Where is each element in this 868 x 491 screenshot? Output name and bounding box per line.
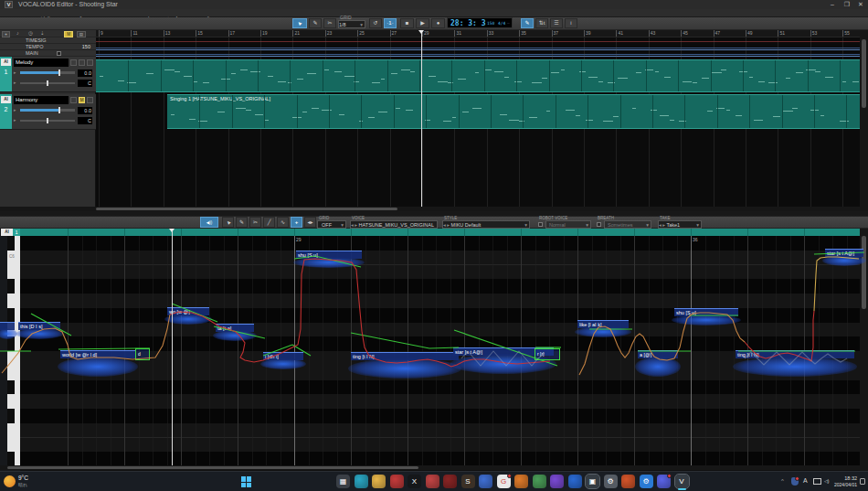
track2-solo-button[interactable] (70, 97, 77, 103)
taskbar-icon-mail-app[interactable]: G (497, 475, 511, 488)
weather-widget[interactable]: 9°C 晴れ (18, 475, 28, 487)
track-harmony[interactable]: AI 2 Harmony M ▸ 0.0 ▸ C (0, 94, 96, 130)
piano-key-white-column[interactable] (7, 236, 20, 466)
track2-name-field[interactable]: Harmony (14, 96, 69, 104)
robot-voice-checkbox[interactable] (538, 222, 543, 227)
arrange-vscrollbar[interactable] (860, 30, 868, 211)
loop-button[interactable]: ↺ (369, 18, 382, 28)
editor-pointer-tool[interactable]: ▲ (222, 217, 234, 228)
track2-gain-value[interactable]: 0.0 (78, 107, 92, 114)
piano-roll[interactable]: AI 1 C6 2936 this [D I s]world [w @r l d… (0, 229, 868, 471)
expand-arrow-icon[interactable]: ▸ (14, 117, 16, 123)
track2-mute-button[interactable]: M (79, 97, 85, 103)
prev-arrow-icon[interactable]: ◂ ▸ (443, 222, 450, 228)
note[interactable]: d (135, 348, 150, 360)
grid-select[interactable]: 1/8▾ (338, 20, 365, 28)
scroll-thumb[interactable] (862, 236, 866, 309)
cut-tool-button[interactable]: ✂ (323, 18, 336, 28)
melody-part[interactable] (96, 59, 860, 92)
retake-button[interactable]: ⇅t (535, 18, 548, 28)
arrange-timeline[interactable]: 9111315171921232527293133353739414345474… (96, 30, 860, 207)
breath-checkbox[interactable] (597, 222, 601, 227)
take-select[interactable]: ◂ ▸ Take1▾ (658, 220, 702, 229)
taskbar-icon-red-app[interactable] (426, 475, 439, 488)
taskbar-icon-vocaloid[interactable]: V (675, 475, 689, 488)
notification-center-icon[interactable] (860, 478, 865, 485)
master-mute-button[interactable]: M (64, 31, 73, 37)
note[interactable]: world [w @r l d] (60, 350, 135, 358)
editor-vscrollbar[interactable] (860, 229, 868, 471)
scroll-thumb[interactable] (7, 466, 418, 469)
minimize-button[interactable]: – (826, 0, 839, 9)
note-icon[interactable]: ♪ (16, 30, 19, 37)
part-color-bar[interactable] (20, 229, 860, 236)
note[interactable]: like [l aI k] (577, 320, 629, 328)
clock-icon[interactable]: ◷ (28, 30, 33, 37)
editor-grid-select[interactable]: OFF▾ (317, 220, 346, 229)
note[interactable]: wo [w @] (167, 307, 209, 315)
editor-playhead-marker[interactable] (169, 229, 175, 232)
taskbar-icon-firefox[interactable] (514, 475, 528, 488)
track1-solo-button[interactable] (70, 59, 77, 66)
bar-ruler[interactable]: 9111315171921232527293133353739414345474… (96, 30, 860, 37)
close-button[interactable]: ✕ (854, 0, 867, 9)
track1-gain-slider[interactable] (20, 71, 75, 74)
grid-view-button[interactable]: ▤ (77, 31, 86, 37)
tempo-row-value[interactable]: 150 (82, 44, 90, 50)
list-button[interactable]: ☰ (550, 18, 563, 28)
main-checkbox[interactable] (57, 51, 61, 56)
piano-key-black[interactable] (7, 452, 15, 466)
note[interactable]: shu [S u] (296, 251, 362, 259)
piano-key-black[interactable] (7, 308, 15, 323)
scroll-thumb[interactable] (862, 39, 866, 108)
arrange-playhead[interactable] (421, 30, 422, 207)
breath-select[interactable]: Sometimes▾ (604, 220, 651, 229)
stop-button[interactable]: ■ (400, 18, 414, 28)
track2-gain-slider[interactable] (20, 109, 75, 112)
add-track-button[interactable]: + (2, 31, 10, 37)
note[interactable]: star [s t A@] (825, 249, 863, 257)
scroll-thumb[interactable] (96, 208, 397, 210)
ime-indicator[interactable]: A (803, 477, 808, 484)
prev-arrow-icon[interactable]: ◂ ▸ (659, 222, 665, 228)
weather-icon[interactable] (4, 475, 16, 487)
taskbar-icon-slack[interactable]: S (461, 475, 475, 488)
robot-voice-select[interactable]: Normal▾ (545, 220, 591, 229)
taskbar-icon-blue-gear-app[interactable]: ⚙ (640, 475, 653, 488)
track1-gain-value[interactable]: 0.0 (78, 69, 92, 77)
editor-stretch-tool[interactable]: ◂▸ (304, 217, 316, 228)
editor-cut-tool[interactable]: ✂ (249, 217, 261, 228)
editor-pencil-tool[interactable]: ✎ (236, 217, 248, 228)
note[interactable]: this [D I s] (18, 322, 60, 330)
taskbar-icon-edge-browser[interactable] (355, 475, 368, 488)
note[interactable]: shu [S u] (674, 308, 738, 316)
taskbar-icon-code-app[interactable] (568, 475, 582, 488)
info-button[interactable]: i (565, 18, 577, 28)
taskbar-icon-discord[interactable] (657, 475, 671, 488)
style-select[interactable]: ◂ ▸ MIKU Default▾ (442, 220, 530, 229)
note[interactable]: a [@] (638, 350, 678, 358)
taskbar-icon-file-explorer[interactable] (372, 475, 386, 488)
taskbar-icon-chrome[interactable] (533, 475, 546, 488)
taskbar-icon-photos-app[interactable]: ▣ (586, 475, 599, 488)
track1-name-field[interactable]: Melody (14, 59, 69, 67)
note[interactable]: ting [t I N] (351, 352, 459, 360)
piano-key-black[interactable] (7, 279, 15, 294)
track-melody[interactable]: AI 1 Melody ▸ 0.0 ▸ C (0, 57, 96, 92)
expand-arrow-icon[interactable]: ▸ (14, 107, 16, 112)
note[interactable] (0, 322, 15, 330)
editor-move-tool[interactable]: + (291, 217, 302, 228)
harmony-part[interactable]: Singing 1 [HATSUNE_MIKU_VS_ORIGINAL] (167, 94, 860, 129)
quantize-button[interactable]: ·1· (384, 18, 397, 28)
piano-key-black[interactable] (7, 236, 15, 251)
note[interactable]: ting [t I N] (736, 350, 854, 358)
taskbar-icon-x-app[interactable]: X (408, 475, 421, 488)
editor-playhead[interactable] (172, 229, 173, 465)
prev-arrow-icon[interactable]: ◂ ▸ (351, 222, 357, 228)
track2-rec-button[interactable] (87, 97, 93, 103)
track2-pan-slider[interactable] (20, 120, 75, 122)
arrange-playhead-marker[interactable] (418, 30, 424, 34)
editor-hscrollbar[interactable] (0, 465, 860, 470)
tray-caret[interactable]: ^ (781, 478, 784, 484)
security-tray-icon[interactable] (791, 477, 799, 486)
